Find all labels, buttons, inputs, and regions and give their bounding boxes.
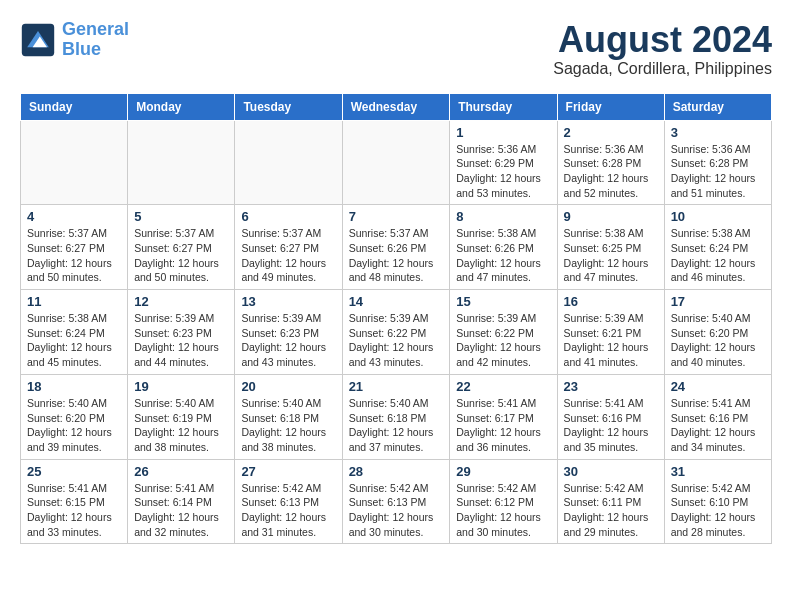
calendar-cell: 23Sunrise: 5:41 AM Sunset: 6:16 PM Dayli… [557,374,664,459]
day-number: 25 [27,464,121,479]
day-info: Sunrise: 5:38 AM Sunset: 6:24 PM Dayligh… [671,226,765,285]
day-number: 19 [134,379,228,394]
weekday-header-wednesday: Wednesday [342,93,450,120]
day-info: Sunrise: 5:40 AM Sunset: 6:18 PM Dayligh… [241,396,335,455]
day-number: 3 [671,125,765,140]
day-info: Sunrise: 5:37 AM Sunset: 6:27 PM Dayligh… [241,226,335,285]
calendar-cell: 10Sunrise: 5:38 AM Sunset: 6:24 PM Dayli… [664,205,771,290]
calendar-cell: 15Sunrise: 5:39 AM Sunset: 6:22 PM Dayli… [450,290,557,375]
calendar-cell: 8Sunrise: 5:38 AM Sunset: 6:26 PM Daylig… [450,205,557,290]
page-header: General Blue August 2024 Sagada, Cordill… [20,20,772,78]
weekday-header-saturday: Saturday [664,93,771,120]
day-info: Sunrise: 5:42 AM Sunset: 6:13 PM Dayligh… [349,481,444,540]
calendar-cell: 9Sunrise: 5:38 AM Sunset: 6:25 PM Daylig… [557,205,664,290]
day-number: 12 [134,294,228,309]
calendar-cell: 5Sunrise: 5:37 AM Sunset: 6:27 PM Daylig… [128,205,235,290]
day-info: Sunrise: 5:40 AM Sunset: 6:19 PM Dayligh… [134,396,228,455]
calendar-cell: 26Sunrise: 5:41 AM Sunset: 6:14 PM Dayli… [128,459,235,544]
day-number: 17 [671,294,765,309]
day-number: 1 [456,125,550,140]
day-number: 24 [671,379,765,394]
logo-line1: General [62,19,129,39]
calendar-week-row: 18Sunrise: 5:40 AM Sunset: 6:20 PM Dayli… [21,374,772,459]
day-info: Sunrise: 5:41 AM Sunset: 6:17 PM Dayligh… [456,396,550,455]
day-number: 7 [349,209,444,224]
day-info: Sunrise: 5:42 AM Sunset: 6:11 PM Dayligh… [564,481,658,540]
day-number: 13 [241,294,335,309]
calendar-header: SundayMondayTuesdayWednesdayThursdayFrid… [21,93,772,120]
calendar-week-row: 1Sunrise: 5:36 AM Sunset: 6:29 PM Daylig… [21,120,772,205]
logo-text: General Blue [62,20,129,60]
calendar-cell: 30Sunrise: 5:42 AM Sunset: 6:11 PM Dayli… [557,459,664,544]
location: Sagada, Cordillera, Philippines [553,60,772,78]
day-info: Sunrise: 5:39 AM Sunset: 6:22 PM Dayligh… [349,311,444,370]
calendar-cell: 11Sunrise: 5:38 AM Sunset: 6:24 PM Dayli… [21,290,128,375]
day-info: Sunrise: 5:39 AM Sunset: 6:23 PM Dayligh… [241,311,335,370]
calendar-cell [128,120,235,205]
calendar-cell: 3Sunrise: 5:36 AM Sunset: 6:28 PM Daylig… [664,120,771,205]
calendar-cell: 12Sunrise: 5:39 AM Sunset: 6:23 PM Dayli… [128,290,235,375]
day-info: Sunrise: 5:37 AM Sunset: 6:26 PM Dayligh… [349,226,444,285]
day-number: 2 [564,125,658,140]
day-info: Sunrise: 5:41 AM Sunset: 6:15 PM Dayligh… [27,481,121,540]
day-number: 22 [456,379,550,394]
day-number: 18 [27,379,121,394]
day-info: Sunrise: 5:39 AM Sunset: 6:21 PM Dayligh… [564,311,658,370]
calendar-cell: 14Sunrise: 5:39 AM Sunset: 6:22 PM Dayli… [342,290,450,375]
day-number: 14 [349,294,444,309]
weekday-header-sunday: Sunday [21,93,128,120]
day-info: Sunrise: 5:41 AM Sunset: 6:14 PM Dayligh… [134,481,228,540]
calendar-cell [342,120,450,205]
day-info: Sunrise: 5:42 AM Sunset: 6:10 PM Dayligh… [671,481,765,540]
calendar-cell: 22Sunrise: 5:41 AM Sunset: 6:17 PM Dayli… [450,374,557,459]
calendar-cell: 16Sunrise: 5:39 AM Sunset: 6:21 PM Dayli… [557,290,664,375]
day-info: Sunrise: 5:40 AM Sunset: 6:18 PM Dayligh… [349,396,444,455]
weekday-header-thursday: Thursday [450,93,557,120]
day-number: 11 [27,294,121,309]
weekday-header-tuesday: Tuesday [235,93,342,120]
calendar-cell: 2Sunrise: 5:36 AM Sunset: 6:28 PM Daylig… [557,120,664,205]
day-number: 4 [27,209,121,224]
day-info: Sunrise: 5:41 AM Sunset: 6:16 PM Dayligh… [564,396,658,455]
day-info: Sunrise: 5:36 AM Sunset: 6:28 PM Dayligh… [564,142,658,201]
calendar-cell: 31Sunrise: 5:42 AM Sunset: 6:10 PM Dayli… [664,459,771,544]
calendar-week-row: 4Sunrise: 5:37 AM Sunset: 6:27 PM Daylig… [21,205,772,290]
calendar-cell: 21Sunrise: 5:40 AM Sunset: 6:18 PM Dayli… [342,374,450,459]
day-info: Sunrise: 5:38 AM Sunset: 6:26 PM Dayligh… [456,226,550,285]
day-info: Sunrise: 5:37 AM Sunset: 6:27 PM Dayligh… [134,226,228,285]
logo-icon [20,22,56,58]
calendar-cell: 6Sunrise: 5:37 AM Sunset: 6:27 PM Daylig… [235,205,342,290]
day-number: 26 [134,464,228,479]
day-number: 5 [134,209,228,224]
day-number: 27 [241,464,335,479]
calendar-cell: 28Sunrise: 5:42 AM Sunset: 6:13 PM Dayli… [342,459,450,544]
calendar-cell: 4Sunrise: 5:37 AM Sunset: 6:27 PM Daylig… [21,205,128,290]
day-info: Sunrise: 5:36 AM Sunset: 6:28 PM Dayligh… [671,142,765,201]
day-number: 21 [349,379,444,394]
day-info: Sunrise: 5:42 AM Sunset: 6:13 PM Dayligh… [241,481,335,540]
day-info: Sunrise: 5:38 AM Sunset: 6:24 PM Dayligh… [27,311,121,370]
calendar-week-row: 25Sunrise: 5:41 AM Sunset: 6:15 PM Dayli… [21,459,772,544]
day-number: 16 [564,294,658,309]
calendar-body: 1Sunrise: 5:36 AM Sunset: 6:29 PM Daylig… [21,120,772,544]
day-info: Sunrise: 5:38 AM Sunset: 6:25 PM Dayligh… [564,226,658,285]
calendar-table: SundayMondayTuesdayWednesdayThursdayFrid… [20,93,772,545]
calendar-cell: 17Sunrise: 5:40 AM Sunset: 6:20 PM Dayli… [664,290,771,375]
calendar-cell: 20Sunrise: 5:40 AM Sunset: 6:18 PM Dayli… [235,374,342,459]
calendar-cell [21,120,128,205]
day-number: 31 [671,464,765,479]
logo-line2: Blue [62,39,101,59]
day-number: 20 [241,379,335,394]
calendar-cell: 25Sunrise: 5:41 AM Sunset: 6:15 PM Dayli… [21,459,128,544]
calendar-cell: 1Sunrise: 5:36 AM Sunset: 6:29 PM Daylig… [450,120,557,205]
day-number: 10 [671,209,765,224]
day-info: Sunrise: 5:40 AM Sunset: 6:20 PM Dayligh… [671,311,765,370]
calendar-cell: 29Sunrise: 5:42 AM Sunset: 6:12 PM Dayli… [450,459,557,544]
calendar-cell [235,120,342,205]
calendar-cell: 27Sunrise: 5:42 AM Sunset: 6:13 PM Dayli… [235,459,342,544]
day-number: 15 [456,294,550,309]
day-number: 6 [241,209,335,224]
day-info: Sunrise: 5:40 AM Sunset: 6:20 PM Dayligh… [27,396,121,455]
day-info: Sunrise: 5:41 AM Sunset: 6:16 PM Dayligh… [671,396,765,455]
day-info: Sunrise: 5:37 AM Sunset: 6:27 PM Dayligh… [27,226,121,285]
